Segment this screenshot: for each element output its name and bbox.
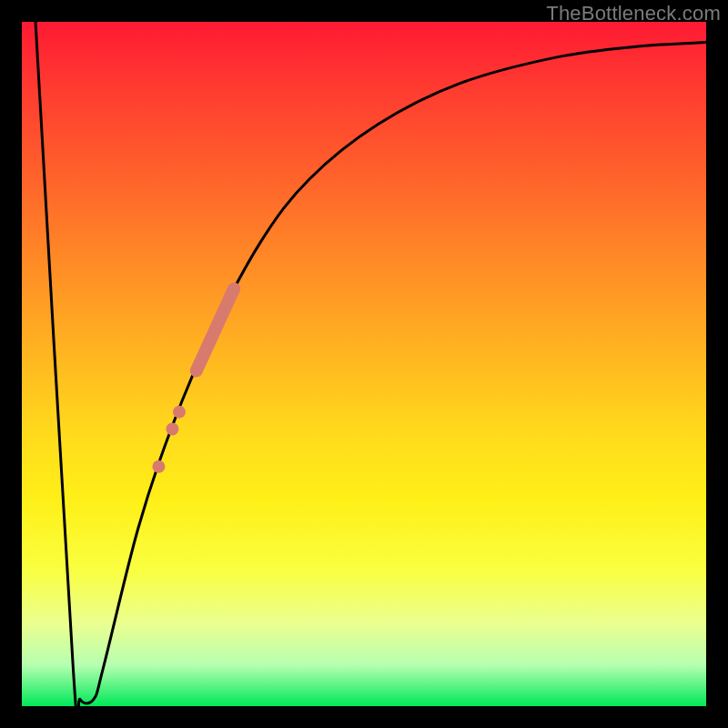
curve-layer [22, 22, 706, 706]
plot-frame: TheBottleneck.com [0, 0, 728, 728]
attribution-label: TheBottleneck.com [546, 2, 721, 25]
bottleneck-curve [35, 22, 706, 706]
plot-area [22, 22, 706, 706]
scatter-dot [152, 460, 165, 473]
highlight-band [197, 288, 234, 370]
scatter-dot [173, 406, 186, 419]
scatter-dot [166, 422, 178, 435]
